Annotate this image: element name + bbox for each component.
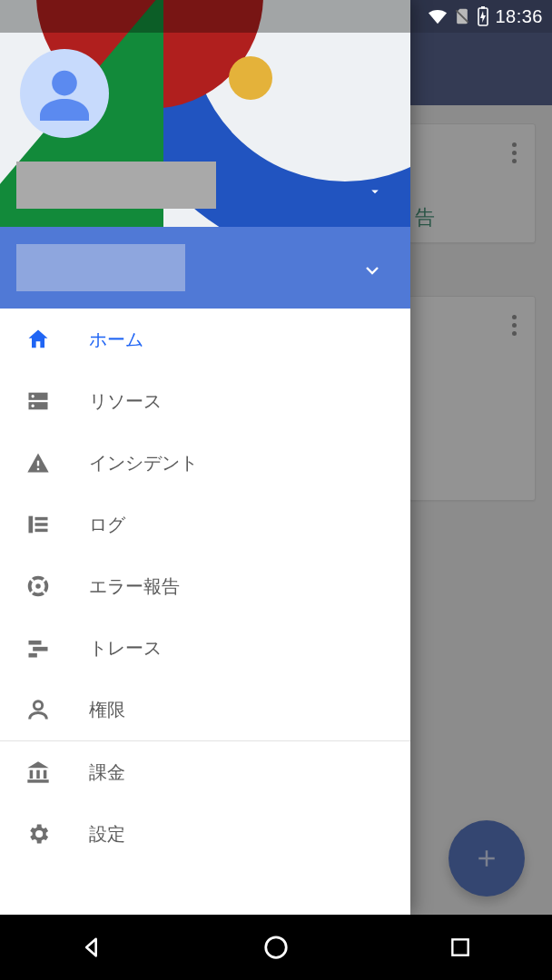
nav-item-label: トレース xyxy=(89,636,162,661)
storage-icon xyxy=(24,388,53,414)
project-expand[interactable] xyxy=(361,260,383,285)
svg-rect-10 xyxy=(35,529,48,533)
status-bar: 18:36 xyxy=(0,0,552,33)
nav-item-logs[interactable]: ログ xyxy=(0,494,410,555)
project-name-redacted xyxy=(16,244,185,291)
back-icon xyxy=(79,935,104,960)
nav-item-label: エラー報告 xyxy=(89,574,180,599)
nav-item-trace[interactable]: トレース xyxy=(0,617,410,679)
battery-charging-icon xyxy=(477,6,489,26)
triangle-down-icon xyxy=(367,183,383,200)
svg-rect-6 xyxy=(37,468,39,470)
svg-rect-7 xyxy=(29,516,34,534)
nav-item-resources[interactable]: リソース xyxy=(0,370,410,432)
svg-rect-14 xyxy=(29,653,37,658)
svg-rect-9 xyxy=(35,523,48,526)
sysnav-home-button[interactable] xyxy=(260,931,292,964)
svg-rect-8 xyxy=(35,517,48,521)
svg-point-4 xyxy=(32,405,34,407)
circle-icon xyxy=(262,934,290,961)
status-clock: 18:36 xyxy=(495,6,543,27)
nav-item-home[interactable]: ホーム xyxy=(0,309,410,370)
logs-icon xyxy=(24,512,53,537)
nav-item-label: ログ xyxy=(89,513,125,537)
trace-icon xyxy=(24,635,53,661)
nav-item-label: リソース xyxy=(89,389,162,414)
svg-point-15 xyxy=(34,701,42,710)
svg-rect-12 xyxy=(29,641,42,645)
warning-icon xyxy=(24,450,53,475)
svg-rect-21 xyxy=(481,6,485,9)
svg-point-0 xyxy=(52,71,77,96)
svg-point-11 xyxy=(35,583,41,589)
wifi-icon xyxy=(428,6,448,26)
svg-rect-5 xyxy=(37,461,39,466)
target-icon xyxy=(24,573,53,600)
nav-item-label: 権限 xyxy=(89,698,125,722)
chevron-down-icon xyxy=(361,260,383,281)
nav-item-settings[interactable]: 設定 xyxy=(0,803,410,865)
person-icon xyxy=(24,697,53,722)
sysnav-back-button[interactable] xyxy=(75,931,108,964)
sysnav-recent-button[interactable] xyxy=(444,931,477,964)
svg-point-3 xyxy=(32,395,34,397)
svg-rect-18 xyxy=(44,770,47,779)
nav-item-incidents[interactable]: インシデント xyxy=(0,432,410,494)
navigation-drawer: ホーム リソース インシデント ログ xyxy=(0,0,410,915)
account-name-redacted xyxy=(16,162,216,209)
gear-icon xyxy=(24,821,53,847)
svg-rect-13 xyxy=(33,647,47,652)
nav-item-billing[interactable]: 課金 xyxy=(0,741,410,803)
nav-item-label: 設定 xyxy=(89,822,125,847)
nav-item-label: インシデント xyxy=(89,451,198,475)
nav-item-label: ホーム xyxy=(89,328,143,352)
nav-item-errors[interactable]: エラー報告 xyxy=(0,555,410,617)
nav-item-label: 課金 xyxy=(89,760,125,785)
svg-rect-19 xyxy=(27,779,48,783)
system-navigation-bar xyxy=(0,915,552,980)
project-switcher[interactable] xyxy=(0,227,410,309)
square-icon xyxy=(448,936,472,959)
account-dropdown[interactable] xyxy=(367,183,383,203)
bank-icon xyxy=(24,760,53,785)
no-sim-icon xyxy=(453,7,471,25)
svg-rect-16 xyxy=(30,770,34,779)
home-icon xyxy=(24,327,53,352)
avatar[interactable] xyxy=(20,49,109,138)
drawer-header xyxy=(0,0,410,227)
person-icon xyxy=(32,61,97,126)
svg-point-22 xyxy=(266,937,287,958)
svg-rect-23 xyxy=(452,939,468,955)
svg-rect-17 xyxy=(36,770,40,779)
nav-item-iam[interactable]: 権限 xyxy=(0,679,410,740)
